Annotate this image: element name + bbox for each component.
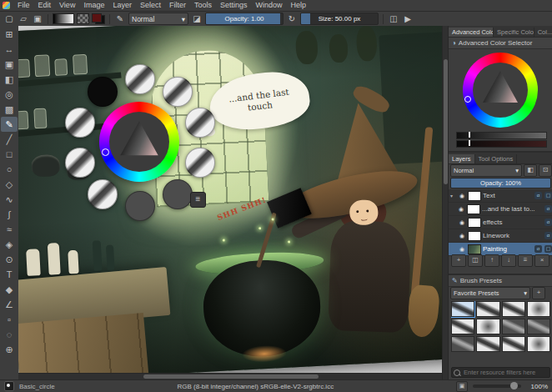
visibility-eye-icon[interactable]: ◉ xyxy=(458,219,466,226)
gradient-tool-icon[interactable]: ◧ xyxy=(1,72,18,87)
menu-image[interactable]: Image xyxy=(79,0,108,11)
polyline-tool-icon[interactable]: ∿ xyxy=(1,192,18,207)
zoom-slider[interactable] xyxy=(473,384,521,388)
layer-row-effects[interactable]: ◉ effects α xyxy=(449,216,552,229)
brush-preset-tile[interactable] xyxy=(527,319,550,334)
visibility-eye-icon[interactable]: ◉ xyxy=(457,206,465,213)
menu-file[interactable]: File xyxy=(13,0,34,11)
reload-preset-button[interactable]: ↻ xyxy=(286,13,298,25)
menu-edit[interactable]: Edit xyxy=(34,0,56,11)
menu-filter[interactable]: Filter xyxy=(165,0,190,11)
rectangle-tool-icon[interactable]: □ xyxy=(1,147,18,162)
brush-preset-tile[interactable] xyxy=(476,336,499,352)
current-brush-icon[interactable] xyxy=(4,381,14,391)
brush-editor-button[interactable]: ✎ xyxy=(114,13,126,25)
crop-tool-icon[interactable]: ▣ xyxy=(1,57,18,72)
brush-preset-tile[interactable] xyxy=(527,301,550,317)
preset-filter-dropdown[interactable]: Favorite Presets ▾ xyxy=(450,287,530,299)
value-slider-2[interactable] xyxy=(456,140,547,148)
canvas-viewport[interactable]: ...and the last touch SHH SHH! ≡ xyxy=(18,26,442,373)
brush-preset-tile[interactable] xyxy=(527,336,550,352)
docker-color-wheel[interactable] xyxy=(463,53,538,128)
brush-preset-circle[interactable] xyxy=(163,77,193,107)
layer-badge[interactable]: ▢ xyxy=(544,245,552,253)
foreground-color[interactable] xyxy=(92,13,102,23)
fill-tool-icon[interactable]: ◆ xyxy=(1,282,18,297)
opacity-slider[interactable]: Opacity: 1.00 xyxy=(205,13,284,25)
visibility-eye-icon[interactable]: ◉ xyxy=(458,233,466,239)
layer-badge[interactable]: ▢ xyxy=(544,192,552,199)
canvas-only-button[interactable]: ▣ xyxy=(456,381,468,392)
brush-preset-circle[interactable] xyxy=(88,179,118,209)
menu-tools[interactable]: Tools xyxy=(190,0,216,11)
delete-layer-button[interactable]: × xyxy=(534,254,549,267)
tab-specific-color[interactable]: Specific Color... xyxy=(494,28,534,37)
menu-layer[interactable]: Layer xyxy=(108,0,136,11)
multibrush-tool-icon[interactable]: ⊙ xyxy=(1,252,18,267)
size-slider[interactable]: Size: 50.00 px xyxy=(300,13,379,25)
eraser-mode-button[interactable]: ◪ xyxy=(191,13,203,25)
resource-search-input[interactable] xyxy=(462,368,548,377)
brush-preset-tile[interactable] xyxy=(502,336,525,352)
new-document-button[interactable]: ▢ xyxy=(3,13,15,25)
brush-preset-tile[interactable] xyxy=(451,336,474,352)
ellipse-tool-icon[interactable]: ○ xyxy=(1,162,18,177)
polygon-tool-icon[interactable]: ◇ xyxy=(1,177,18,192)
measure-tool-icon[interactable]: ∠ xyxy=(1,297,18,312)
brush-preset-tile[interactable] xyxy=(451,301,474,317)
tab-layers[interactable]: Layers xyxy=(449,154,475,163)
layer-filter-button[interactable]: ◧ xyxy=(524,164,537,177)
move-layer-up-button[interactable]: ↑ xyxy=(484,254,499,267)
wrap-around-button[interactable]: ▶ xyxy=(402,13,414,25)
line-tool-icon[interactable]: ╱ xyxy=(1,132,18,147)
freehand-brush-tool-icon[interactable]: ✎ xyxy=(1,117,18,132)
layer-row-linework[interactable]: ◉ Linework α xyxy=(449,229,552,243)
brush-preset-tile[interactable] xyxy=(451,319,474,334)
zoom-slider-knob[interactable] xyxy=(510,382,518,389)
menu-window[interactable]: Window xyxy=(251,0,286,11)
rect-select-tool-icon[interactable]: ▫ xyxy=(1,312,18,327)
brush-preset-circle[interactable] xyxy=(163,179,193,209)
visibility-eye-icon[interactable]: ◉ xyxy=(458,193,466,199)
transform-tool-icon[interactable]: ⊞ xyxy=(1,27,18,42)
pattern-chooser[interactable] xyxy=(77,13,89,24)
visibility-eye-icon[interactable]: ◉ xyxy=(458,246,466,253)
menu-help[interactable]: Help xyxy=(287,0,311,11)
blending-mode-dropdown[interactable]: Normal ▾ xyxy=(128,13,188,25)
horizontal-scrollbar-thumb[interactable] xyxy=(143,374,319,379)
popup-menu-button[interactable]: ≡ xyxy=(190,192,206,208)
brush-preset-circle[interactable] xyxy=(185,148,215,178)
menu-view[interactable]: View xyxy=(55,0,79,11)
open-document-button[interactable]: ▱ xyxy=(18,13,29,25)
mirror-view-button[interactable]: ◫ xyxy=(388,13,399,25)
color-sampler-tool-icon[interactable]: ◎ xyxy=(1,87,18,102)
alpha-badge[interactable]: α xyxy=(534,245,542,253)
layer-row-bubble-text[interactable]: ◉ ...and the last to... α xyxy=(449,203,552,216)
pattern-tool-icon[interactable]: ▩ xyxy=(1,102,18,117)
alpha-badge[interactable]: α xyxy=(544,205,552,213)
tab-advanced-color[interactable]: Advanced Color... xyxy=(449,28,494,37)
fg-bg-color-swatch[interactable] xyxy=(92,13,105,24)
brush-preset-circle[interactable] xyxy=(185,108,215,138)
alpha-badge[interactable]: α xyxy=(544,232,552,239)
freehand-path-tool-icon[interactable]: ≈ xyxy=(1,222,18,237)
dynamic-brush-tool-icon[interactable]: ◈ xyxy=(1,237,18,252)
brush-preset-circle[interactable] xyxy=(65,148,95,178)
add-layer-button[interactable]: + xyxy=(451,254,466,267)
tab-tool-options[interactable]: Tool Options xyxy=(475,154,518,163)
layer-row-text[interactable]: ▾ ◉ Text α ▢ xyxy=(449,189,552,203)
text-tool-icon[interactable]: T xyxy=(1,267,18,282)
brush-preset-tile[interactable] xyxy=(502,319,525,334)
brush-preset-circle[interactable] xyxy=(88,77,118,107)
alpha-badge[interactable]: α xyxy=(544,219,552,226)
tab-col[interactable]: Col... xyxy=(534,28,552,37)
gradient-chooser[interactable] xyxy=(53,13,74,24)
ellipse-select-tool-icon[interactable]: ◌ xyxy=(1,327,18,342)
move-layer-down-button[interactable]: ↓ xyxy=(501,254,516,267)
brush-preset-circle[interactable] xyxy=(125,191,155,221)
brush-preset-circle[interactable] xyxy=(125,64,155,94)
layer-view-button[interactable]: ⊡ xyxy=(539,164,552,177)
brush-preset-tile[interactable] xyxy=(476,319,499,334)
expand-icon[interactable]: ▾ xyxy=(450,193,456,199)
popup-color-wheel[interactable] xyxy=(99,102,179,182)
